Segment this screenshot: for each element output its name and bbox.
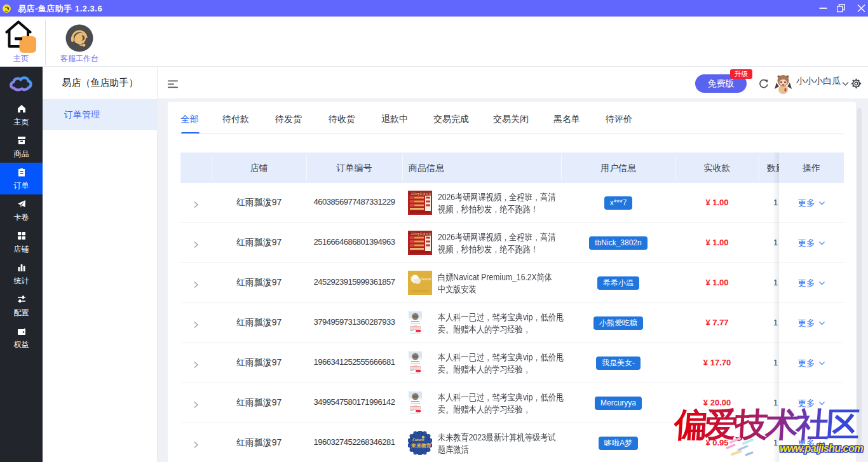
svg-text:www.paijishu.com: www.paijishu.com [780,442,863,454]
svg-text:2026考研课资源: 2026考研课资源 [410,192,431,196]
svg-text:未来教育: 未来教育 [410,442,431,449]
svg-text:Navicat: Navicat [421,277,431,281]
svg-text:Future: Future [412,438,424,442]
svg-text:2026考研课资源: 2026考研课资源 [410,232,431,236]
